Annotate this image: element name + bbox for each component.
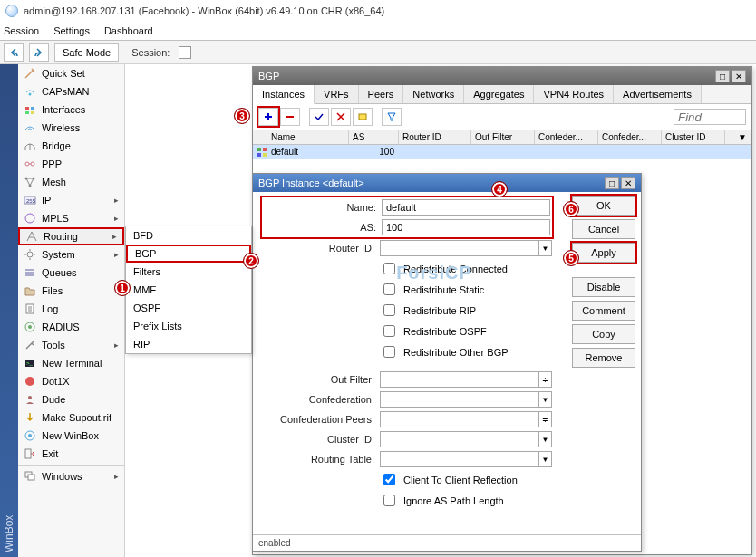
chevron-right-icon: ▸ (114, 214, 119, 223)
confed-input[interactable] (380, 391, 539, 408)
col-routerid[interactable]: Router ID (399, 130, 471, 144)
sidebar-item-ip[interactable]: 255IP▸ (18, 191, 124, 209)
routingtable-input[interactable] (380, 451, 539, 467)
sidebar-item-interfaces[interactable]: Interfaces (18, 101, 124, 119)
disable-button[interactable] (331, 108, 351, 126)
apply-button[interactable]: Apply (572, 243, 635, 263)
sidebar-item-ppp[interactable]: PPP (18, 155, 124, 173)
sidebar-item-dude[interactable]: Dude (18, 390, 124, 408)
routerid-input[interactable] (380, 240, 539, 256)
tab-aggregates[interactable]: Aggregates (464, 85, 534, 103)
svg-point-25 (28, 434, 32, 437)
sidebar-item-routing[interactable]: Routing▸ (18, 227, 124, 245)
sidebar-item-log[interactable]: Log (18, 300, 124, 318)
dropdown-icon[interactable]: ≑ (539, 371, 552, 388)
safe-mode-button[interactable]: Safe Mode (54, 43, 119, 62)
sidebar-item-terminal[interactable]: >_New Terminal (18, 354, 124, 372)
disable-button[interactable]: Disable (572, 277, 635, 297)
col-outfilter[interactable]: Out Filter (471, 130, 535, 144)
dropdown-icon[interactable]: ▼ (539, 240, 552, 256)
remove-button[interactable] (280, 108, 300, 126)
name-input[interactable] (382, 199, 550, 216)
remove-button[interactable]: Remove (572, 348, 635, 368)
sidebar-item-system[interactable]: System▸ (18, 245, 124, 264)
tab-vpn4[interactable]: VPN4 Routes (534, 85, 614, 103)
sidebar-item-tools[interactable]: Tools▸ (18, 336, 124, 354)
redist-connected-check[interactable] (383, 263, 395, 274)
sidebar-item-exit[interactable]: Exit (18, 445, 124, 463)
confedpeers-input[interactable] (380, 411, 539, 427)
minimize-button[interactable]: □ (605, 177, 619, 189)
submenu-rip[interactable]: RIP (126, 335, 251, 353)
svg-rect-15 (25, 272, 34, 274)
dropdown-icon[interactable]: ▼ (539, 451, 552, 467)
submenu-bgp[interactable]: BGP (126, 245, 251, 263)
menu-settings[interactable]: Settings (53, 25, 90, 36)
sidebar-item-wireless[interactable]: Wireless (18, 119, 124, 137)
submenu-bfd[interactable]: BFD (126, 226, 251, 245)
sidebar-item-dot1x[interactable]: Dot1X (18, 372, 124, 390)
comment-button[interactable] (353, 108, 373, 126)
redist-other-check[interactable] (383, 346, 395, 358)
dropdown-icon[interactable]: ≑ (539, 411, 552, 427)
close-button[interactable]: ✕ (621, 177, 635, 189)
find-input[interactable] (674, 109, 746, 125)
tab-networks[interactable]: Networks (403, 85, 464, 103)
col-confed2[interactable]: Confeder... (598, 130, 662, 144)
undo-button[interactable] (4, 43, 24, 62)
sidebar-item-radius[interactable]: RADIUS (18, 318, 124, 336)
submenu-filters[interactable]: Filters (126, 263, 251, 281)
sidebar-item-mesh[interactable]: Mesh (18, 173, 124, 191)
col-confed1[interactable]: Confeder... (535, 130, 598, 144)
submenu-ospf[interactable]: OSPF (126, 299, 251, 317)
menu-dashboard[interactable]: Dashboard (104, 25, 153, 36)
redist-static-check[interactable] (383, 283, 395, 295)
dropdown-icon[interactable]: ▼ (539, 431, 552, 447)
clusterid-input[interactable] (380, 431, 539, 447)
redo-button[interactable] (29, 43, 49, 62)
col-as[interactable]: AS (349, 130, 399, 144)
minimize-button[interactable]: □ (715, 70, 730, 82)
sidebar-item-windows[interactable]: Windows▸ (18, 467, 124, 485)
chevron-right-icon: ▸ (114, 250, 119, 259)
redist-rip-check[interactable] (383, 304, 395, 316)
tab-peers[interactable]: Peers (359, 85, 404, 103)
dropdown-icon[interactable]: ▼ (539, 391, 552, 408)
sidebar-item-supout[interactable]: Make Supout.rif (18, 408, 124, 427)
gear-icon (24, 248, 36, 261)
close-button[interactable]: ✕ (732, 70, 746, 82)
ppp-icon (24, 158, 36, 170)
instance-titlebar[interactable]: BGP Instance <default> □ ✕ (253, 174, 641, 192)
cancel-button[interactable]: Cancel (572, 219, 635, 239)
submenu-prefixlists[interactable]: Prefix Lists (126, 317, 251, 335)
table-row[interactable]: default 100 (253, 145, 751, 159)
filter-button[interactable] (382, 108, 402, 126)
outfilter-input[interactable] (380, 371, 539, 388)
copy-button[interactable]: Copy (572, 324, 635, 344)
sidebar-item-quickset[interactable]: Quick Set (18, 64, 124, 82)
sidebar-item-queues[interactable]: Queues (18, 264, 124, 282)
session-box[interactable] (179, 46, 191, 59)
col-name[interactable]: Name (267, 130, 349, 144)
col-clusterid[interactable]: Cluster ID (662, 130, 725, 144)
bgp-window-titlebar[interactable]: BGP □ ✕ (253, 67, 751, 85)
redist-ospf-check[interactable] (383, 325, 395, 337)
sidebar-item-capsman[interactable]: CAPsMAN (18, 82, 124, 101)
sidebar-item-newwinbox[interactable]: New WinBox (18, 427, 124, 445)
routerid-label: Router ID: (262, 243, 374, 254)
menu-session[interactable]: Session (4, 25, 39, 36)
sidebar-item-bridge[interactable]: Bridge (18, 137, 124, 155)
c2c-check[interactable] (383, 474, 395, 485)
tab-instances[interactable]: Instances (253, 85, 315, 104)
tab-vrfs[interactable]: VRFs (315, 85, 359, 103)
ignore-asp-check[interactable] (383, 495, 395, 506)
sidebar-item-mpls[interactable]: MPLS▸ (18, 209, 124, 227)
add-button[interactable] (258, 108, 278, 126)
sidebar-item-files[interactable]: Files (18, 282, 124, 300)
as-input[interactable] (382, 219, 550, 235)
tab-advertisements[interactable]: Advertisements (614, 85, 702, 103)
ok-button[interactable]: OK (572, 196, 635, 216)
enable-button[interactable] (309, 108, 329, 126)
submenu-mme[interactable]: MME (126, 281, 251, 299)
comment-button[interactable]: Comment (572, 301, 635, 321)
